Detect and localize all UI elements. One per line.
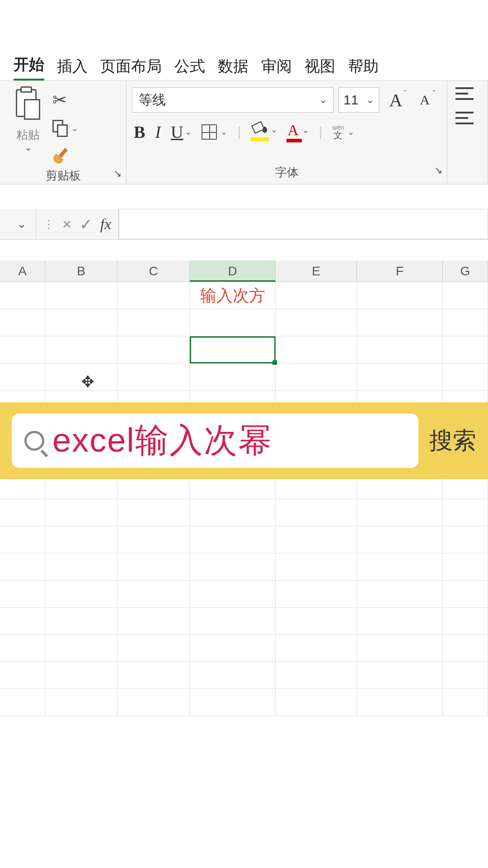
font-name-value: 等线 bbox=[139, 91, 166, 109]
worksheet-grid[interactable]: 输入次方 ✥ bbox=[0, 282, 488, 868]
borders-button[interactable]: ⌄ bbox=[202, 124, 227, 140]
tab-page-layout[interactable]: 页面布局 bbox=[100, 56, 162, 80]
column-header-C[interactable]: C bbox=[117, 260, 190, 282]
ribbon-tabs: 开始 插入 页面布局 公式 数据 审阅 视图 帮助 bbox=[0, 55, 488, 80]
font-size-value: 11 bbox=[343, 92, 358, 108]
fill-color-button[interactable]: ⌄ bbox=[251, 123, 277, 141]
tab-help[interactable]: 帮助 bbox=[348, 56, 379, 80]
group-label-font: 字体 ↘ bbox=[127, 162, 447, 184]
chevron-down-icon: ⌄ bbox=[366, 94, 374, 106]
underline-button[interactable]: U ⌄ bbox=[171, 122, 192, 142]
tab-insert[interactable]: 插入 bbox=[57, 56, 88, 80]
fill-handle[interactable] bbox=[272, 360, 277, 365]
decrease-font-size-button[interactable]: Aˇ bbox=[413, 87, 437, 113]
font-color-icon: A bbox=[287, 122, 299, 139]
copy-icon bbox=[52, 120, 68, 137]
tab-data[interactable]: 数据 bbox=[218, 56, 249, 80]
tab-home[interactable]: 开始 bbox=[14, 54, 44, 80]
align-left-icon[interactable] bbox=[455, 112, 474, 124]
chevron-down-icon: ⌄ bbox=[319, 94, 327, 106]
column-headers: A B C D E F G bbox=[0, 260, 488, 282]
format-painter-icon[interactable] bbox=[52, 147, 78, 165]
font-launcher-icon[interactable]: ↘ bbox=[434, 165, 442, 176]
formula-input[interactable] bbox=[119, 209, 488, 239]
align-top-icon[interactable] bbox=[455, 87, 474, 100]
chevron-down-icon: ⌄ bbox=[271, 125, 277, 135]
column-header-G[interactable]: G bbox=[443, 260, 488, 282]
copy-button[interactable]: ⌄ bbox=[52, 120, 78, 137]
search-query: excel输入次幂 bbox=[52, 418, 272, 463]
accept-formula-icon[interactable]: ✓ bbox=[80, 215, 92, 233]
fill-icon bbox=[251, 123, 267, 137]
cell-cursor-icon: ✥ bbox=[81, 373, 94, 391]
fx-handle-icon: ⋮ bbox=[43, 218, 54, 231]
borders-icon bbox=[202, 124, 217, 140]
font-color-button[interactable]: A ⌄ bbox=[287, 122, 309, 142]
name-box-dropdown[interactable]: ⌄ bbox=[0, 209, 36, 239]
chevron-down-icon: ⌄ bbox=[185, 127, 192, 137]
cell-D1[interactable]: 输入次方 bbox=[190, 282, 276, 309]
column-header-D[interactable]: D bbox=[190, 260, 276, 282]
chevron-down-icon: ⌄ bbox=[347, 127, 354, 137]
search-overlay: excel输入次幂 搜索 bbox=[0, 402, 488, 479]
column-header-E[interactable]: E bbox=[276, 260, 357, 282]
separator: | bbox=[237, 124, 241, 140]
chevron-down-icon: ⌄ bbox=[302, 125, 309, 135]
paste-dropdown-icon[interactable]: ⌄ bbox=[24, 142, 32, 153]
phonetic-icon: wén文 bbox=[333, 124, 344, 140]
italic-button[interactable]: I bbox=[155, 122, 161, 142]
column-header-F[interactable]: F bbox=[357, 260, 443, 282]
group-clipboard: 粘贴 ⌄ ✂ ⌄ 剪贴板 ↘ bbox=[0, 81, 127, 184]
bold-button[interactable]: B bbox=[134, 122, 145, 142]
selected-cell[interactable] bbox=[190, 336, 276, 363]
cut-icon[interactable]: ✂ bbox=[52, 90, 78, 110]
chevron-down-icon: ⌄ bbox=[221, 127, 227, 137]
search-button[interactable]: 搜索 bbox=[429, 425, 476, 457]
group-font: 等线 ⌄ 11 ⌄ Aˆ Aˇ B I U ⌄ ⌄ bbox=[127, 81, 447, 184]
phonetic-guide-button[interactable]: wén文 ⌄ bbox=[333, 124, 355, 140]
tab-formulas[interactable]: 公式 bbox=[174, 56, 205, 80]
group-alignment bbox=[447, 81, 488, 184]
fx-icon[interactable]: fx bbox=[100, 216, 112, 233]
ribbon: 粘贴 ⌄ ✂ ⌄ 剪贴板 ↘ 等线 ⌄ bbox=[0, 80, 488, 184]
formula-bar: ⌄ ⋮ × ✓ fx bbox=[0, 209, 488, 240]
group-label-clipboard: 剪贴板 ↘ bbox=[0, 165, 126, 187]
paste-label: 粘贴 bbox=[16, 127, 40, 143]
cancel-formula-icon[interactable]: × bbox=[62, 215, 71, 233]
search-box[interactable]: excel输入次幂 bbox=[12, 414, 418, 468]
column-header-B[interactable]: B bbox=[45, 260, 117, 282]
increase-font-size-button[interactable]: Aˆ bbox=[384, 87, 408, 113]
column-header-A[interactable]: A bbox=[0, 260, 45, 282]
separator: | bbox=[319, 124, 323, 140]
paste-icon[interactable] bbox=[12, 89, 44, 125]
tab-review[interactable]: 审阅 bbox=[261, 56, 292, 80]
tab-view[interactable]: 视图 bbox=[305, 56, 335, 80]
copy-dropdown-icon[interactable]: ⌄ bbox=[71, 123, 78, 133]
search-icon bbox=[24, 431, 44, 451]
font-size-select[interactable]: 11 ⌄ bbox=[338, 87, 379, 113]
clipboard-launcher-icon[interactable]: ↘ bbox=[113, 168, 122, 179]
font-name-select[interactable]: 等线 ⌄ bbox=[132, 87, 334, 113]
